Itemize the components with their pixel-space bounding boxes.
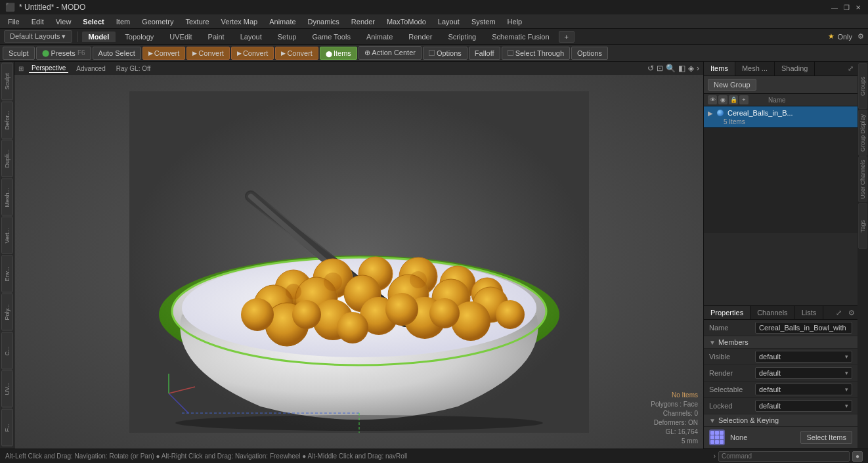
tab-lists[interactable]: Lists [795,306,824,319]
sidebar-tab-env[interactable]: Env... [1,255,13,293]
items-button[interactable]: ⬤Items [320,47,357,60]
convert-button-1[interactable]: ▶ Convert [142,47,186,60]
select-through-button[interactable]: Select Through [502,47,570,60]
edge-tab-tags[interactable]: Tags [858,203,867,249]
tab-animate[interactable]: Animate [360,32,399,42]
new-group-button[interactable]: New Group [708,79,756,91]
viewport-tab-advanced[interactable]: Advanced [74,64,108,73]
sidebar-tab-deform[interactable]: Defor... [1,102,13,139]
menu-view[interactable]: View [51,16,77,27]
expand-panel-button[interactable]: ⤢ [844,62,857,76]
menu-texture[interactable]: Texture [180,16,214,27]
sculpt-button[interactable]: Sculpt [3,47,35,60]
item-count-text: 5 Items [708,118,854,125]
sidebar-tab-vert[interactable]: Vert... [1,217,13,254]
tab-items[interactable]: Items [704,62,735,76]
render-icon-header[interactable]: ◉ [718,95,727,104]
tab-topology[interactable]: Topology [118,32,160,42]
visible-dropdown[interactable]: default ▾ [755,351,852,363]
chevron-icon[interactable]: › [697,64,699,73]
menu-help[interactable]: Help [502,16,528,27]
props-settings-icon[interactable]: ⚙ [846,307,857,319]
eye-icon-header[interactable]: 👁 [708,95,717,104]
tab-mesh[interactable]: Mesh ... [735,62,775,76]
tab-properties[interactable]: Properties [704,306,750,319]
render-arrow-icon: ▾ [845,370,848,376]
sidebar-tab-mesh[interactable]: Mesh... [1,179,13,216]
convert-button-2[interactable]: ▶ Convert [186,47,230,60]
action-center-button[interactable]: ⊕ Action Center [358,46,422,60]
menu-render[interactable]: Render [346,16,380,27]
item-row[interactable]: ▶ Cereal_Balls_in_B... 5 Items [704,106,857,128]
edge-tab-user-channels[interactable]: User Channels [858,156,867,202]
rotate-icon[interactable]: ↺ [647,64,654,73]
cmd-go-button[interactable]: ● [852,451,863,462]
menu-vertex-map[interactable]: Vertex Map [216,16,263,27]
auto-select-button[interactable]: Auto Select [93,47,141,60]
menu-animate[interactable]: Animate [264,16,301,27]
add-icon-header[interactable]: + [739,95,749,104]
zoom-icon[interactable]: 🔍 [666,64,676,73]
viewport[interactable]: ⊞ Perspective Advanced Ray GL: Off ↺ ⊡ 🔍… [14,62,703,449]
tab-channels[interactable]: Channels [750,306,794,319]
viewport-tab-perspective[interactable]: Perspective [29,64,68,73]
tab-paint[interactable]: Paint [202,32,231,42]
menu-edit[interactable]: Edit [26,16,49,27]
tab-shading[interactable]: Shading [775,62,815,76]
edge-tab-group-display[interactable]: Group Display [858,110,867,156]
menu-dynamics[interactable]: Dynamics [303,16,345,27]
tab-layout[interactable]: Layout [234,32,269,42]
menu-geometry[interactable]: Geometry [137,16,179,27]
menu-layout[interactable]: Layout [433,16,465,27]
mode-bar: Sculpt ⬤ Presets F6 Auto Select ▶ Conver… [0,45,868,62]
convert-button-4[interactable]: ▶ Convert [275,47,318,60]
menu-maxtomodo[interactable]: MaxToModo [381,16,431,27]
tab-render[interactable]: Render [402,32,439,42]
default-layouts-button[interactable]: Default Layouts ▾ [4,30,72,43]
convert-button-3[interactable]: ▶ Convert [231,47,274,60]
sidebar-tab-poly[interactable]: Poly... [1,294,13,331]
scene-container[interactable] [14,75,703,449]
add-tab-button[interactable]: + [559,31,575,43]
options-checkbox[interactable]: Options [423,47,467,60]
render-dropdown[interactable]: default ▾ [755,367,852,379]
item-expand-icon[interactable]: ▶ [708,110,713,117]
options2-button[interactable]: Options [571,47,608,60]
presets-button[interactable]: ⬤ Presets F6 [36,47,91,60]
svg-point-43 [241,298,274,331]
menu-item[interactable]: Item [111,16,135,27]
command-input[interactable] [718,451,850,462]
selectable-dropdown[interactable]: default ▾ [755,384,852,395]
gear-icon[interactable]: ⚙ [857,32,864,41]
display-icon[interactable]: ◧ [678,64,685,73]
maximize-button[interactable]: ❐ [842,3,851,12]
menu-file[interactable]: File [3,16,25,27]
falloff-button[interactable]: Falloff [469,47,500,60]
sidebar-tab-c[interactable]: C... [1,332,13,370]
locked-dropdown[interactable]: default ▾ [755,400,852,412]
tab-schematic[interactable]: Schematic Fusion [485,32,555,42]
shading-icon[interactable]: ◈ [688,64,694,73]
close-button[interactable]: ✕ [854,3,863,12]
sidebar-tab-uv[interactable]: UV... [1,370,13,408]
lock-icon-header[interactable]: 🔒 [729,95,738,104]
tab-game-tools[interactable]: Game Tools [305,32,357,42]
minimize-button[interactable]: — [830,3,839,12]
tab-setup[interactable]: Setup [271,32,303,42]
menu-select[interactable]: Select [77,16,109,27]
select-items-button[interactable]: Select Items [800,431,852,444]
tab-uvedit[interactable]: UVEdit [163,32,198,42]
props-expand-icon[interactable]: ⤢ [833,307,844,319]
sidebar-tab-f[interactable]: F... [1,409,13,447]
fit-icon[interactable]: ⊡ [657,64,663,73]
tab-scripting[interactable]: Scripting [441,32,483,42]
menu-system[interactable]: System [466,16,501,27]
sidebar-tab-dupli[interactable]: Dupli... [1,140,13,177]
viewport-tab-ray-gl[interactable]: Ray GL: Off [114,64,154,73]
members-arrow-icon[interactable]: ▼ [709,339,716,346]
edge-tab-groups[interactable]: Groups [858,63,867,109]
sk-arrow-icon[interactable]: ▼ [709,417,716,424]
sidebar-tab-sculpt[interactable]: Sculpt [1,63,13,100]
tab-model[interactable]: Model [82,32,116,42]
name-value[interactable]: Cereal_Balls_in_Bowl_with [755,322,852,334]
